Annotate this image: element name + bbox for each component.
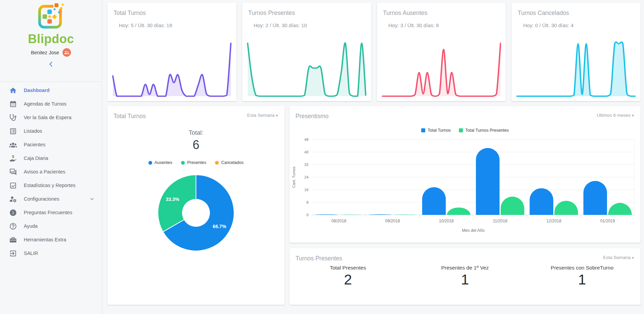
card-title: Total Turnos [107,3,236,17]
sidebar-item-label: Ver la Sala de Espera [24,115,71,120]
sidebar-item-label: Preguntas Frecuentes [24,210,72,215]
user-avatar-icon [62,48,71,57]
chevron-left-icon [48,61,54,67]
svg-text:Mes del Año: Mes del Año [462,228,485,233]
legend-dot [181,161,185,165]
turnos-presentes-summary-card: Turnos Presentes Esta Semana▾ Total Pres… [289,248,641,305]
card-title: Presentismo [296,113,328,120]
sidebar-item-herramientas-extra[interactable]: Herramientas Extra [0,233,102,246]
card-subtitle: Hoy: 3 / Últ. 30 días: 8 [389,22,506,28]
app-root: Blipdoc Benitez Jose DashboardAgendas de… [0,0,644,314]
info-icon [9,208,17,217]
logout-icon [9,249,17,257]
stat-label: Presentes de 1º Vez [407,265,524,271]
chevron-down-icon: ▾ [632,113,634,117]
legend-item-total-turnos[interactable]: Total Turnos [421,128,451,133]
svg-text:$: $ [12,154,14,159]
chevron-down-icon: ▾ [276,113,278,117]
sidebar-item-label: Herramientas Extra [24,237,66,242]
range-dropdown[interactable]: Esta Semana▾ [247,113,278,118]
sidebar: Blipdoc Benitez Jose DashboardAgendas de… [0,0,102,314]
sidebar-item-label: Caja Diaria [24,155,48,161]
legend-dot [148,161,152,165]
sidebar-menu: DashboardAgendas de TurnosVer la Sala de… [0,82,102,260]
sidebar-item-ver-la-sala-de-espera[interactable]: Ver la Sala de Espera [0,111,102,124]
svg-text:0: 0 [306,213,308,217]
sidebar-item-label: SALIR [24,251,38,256]
svg-text:01/2019: 01/2019 [600,219,615,223]
bottom-row: Total Turnos Esta Semana▾ Total: 6 Ausen… [107,106,641,305]
legend-item-cancelados[interactable]: Cancelados [215,160,244,165]
svg-text:8: 8 [306,200,308,204]
range-dropdown[interactable]: Ultimos 6 meses▾ [597,113,634,118]
blipdoc-logo-icon [36,3,66,33]
sidebar-item-label: Listados [24,128,42,134]
donut-total-value: 6 [107,138,285,152]
patients-icon [9,141,17,149]
svg-text:09/2018: 09/2018 [385,219,400,223]
stat-total-presentes: Total Presentes 2 [289,265,407,288]
sidebar-item-preguntas-frecuentes[interactable]: Preguntas Frecuentes [0,206,102,219]
card-title: Turnos Cancelados [512,3,641,17]
sidebar-item-avisos-a-pacientes[interactable]: Avisos a Pacientes [0,165,102,179]
svg-text:24: 24 [304,175,308,179]
sidebar-item-dashboard[interactable]: Dashboard [0,84,102,97]
sidebar-item-label: Pacientes [24,142,46,147]
sidebar-collapse-button[interactable] [0,61,102,67]
svg-text:10/2018: 10/2018 [439,219,454,223]
sidebar-item-caja-diaria[interactable]: $Caja Diaria [0,151,102,165]
user-name: Benitez Jose [31,50,59,55]
calendar-icon [9,100,17,108]
turnos-presentes-stat-card: Turnos Presentes Hoy: 2 / Últ. 30 días: … [242,3,371,101]
turnos-presentes-sparkline [247,37,366,98]
chevron-down-icon: ▾ [632,256,634,260]
card-title: Turnos Presentes [242,3,371,17]
sidebar-item-label: Configuraciones [24,196,59,202]
turnos-cancelados-stat-card: Turnos Cancelados Hoy: 0 / Últ. 30 días:… [512,3,641,101]
stat-label: Presentes con SobreTurno [523,265,641,271]
legend-item-presentes[interactable]: Presentes [181,160,206,165]
sidebar-item-label: Ayuda [24,223,38,229]
total-turnos-sparkline [112,37,232,98]
chat-icon [9,168,17,176]
bar-chart-legend: Total TurnosTotal Turnos Presentes [289,128,641,133]
card-title: Turnos Presentes [296,255,342,262]
user-menu[interactable]: Benitez Jose [0,48,102,57]
sidebar-item-agendas-de-turnos[interactable]: Agendas de Turnos [0,97,102,111]
sidebar-item-estadisticas-y-reportes[interactable]: Estadísticas y Reportes [0,179,102,192]
turnos-ausentes-sparkline [382,37,501,98]
sidebar-item-label: Estadísticas y Reportes [24,183,75,188]
sidebar-item-pacientes[interactable]: Pacientes [0,138,102,151]
card-subtitle: Hoy: 5 / Últ. 30 días: 18 [119,22,236,28]
sidebar-item-configuraciones[interactable]: Configuraciones [0,192,102,206]
svg-text:40: 40 [304,150,308,154]
legend-item-total-turnos-presentes[interactable]: Total Turnos Presentes [459,128,509,133]
stat-presentes-primera-vez: Presentes de 1º Vez 1 [407,265,524,288]
stethoscope-icon [9,113,17,122]
svg-text:12/2018: 12/2018 [547,219,561,223]
stat-value: 1 [523,272,641,288]
cash-hand-icon: $ [9,154,17,162]
svg-text:33.3%: 33.3% [166,197,179,202]
brand-name: Blipdoc [0,33,102,45]
card-header: Presentismo Ultimos 6 meses▾ [289,106,641,120]
presentismo-card: Presentismo Ultimos 6 meses▾ Total Turno… [289,106,641,243]
toolbox-icon [9,236,17,244]
list-icon [9,127,17,135]
sidebar-item-salir[interactable]: SALIR [0,246,102,260]
sidebar-item-label: Avisos a Pacientes [24,169,65,174]
legend-item-ausentes[interactable]: Ausentes [148,160,172,165]
chevron-down-icon [90,197,94,201]
range-dropdown[interactable]: Esta Semana▾ [603,255,634,260]
sidebar-item-ayuda[interactable]: Ayuda [0,219,102,233]
legend-swatch [459,128,463,132]
card-subtitle: Hoy: 0 / Últ. 30 días: 4 [523,22,641,28]
svg-text:32: 32 [304,163,308,167]
stat-value: 2 [289,272,407,288]
donut-total-label: Total: [107,129,285,136]
svg-text:48: 48 [304,137,308,142]
sidebar-item-listados[interactable]: Listados [0,124,102,138]
summary-cards-row: Total Turnos Hoy: 5 / Últ. 30 días: 18 T… [107,3,641,101]
help-icon [9,222,17,230]
svg-text:Cant. Turnos: Cant. Turnos [292,166,296,188]
